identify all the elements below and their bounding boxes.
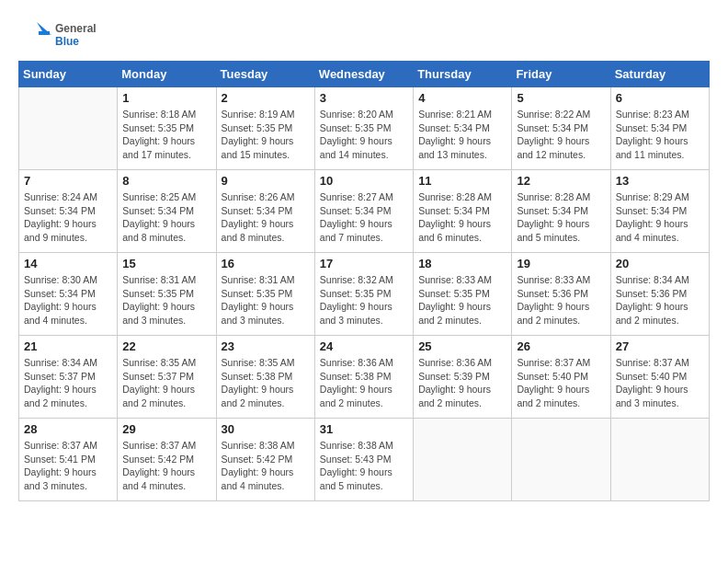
- calendar-cell: 15 Sunrise: 8:31 AM Sunset: 5:35 PM Dayl…: [118, 253, 216, 336]
- day-detail: Sunrise: 8:24 AM Sunset: 5:34 PM Dayligh…: [24, 190, 112, 245]
- day-detail: Sunrise: 8:37 AM Sunset: 5:41 PM Dayligh…: [24, 439, 112, 493]
- day-number: 28: [24, 422, 112, 436]
- week-row-0: 1 Sunrise: 8:18 AM Sunset: 5:35 PM Dayli…: [19, 87, 710, 170]
- day-detail: Sunrise: 8:23 AM Sunset: 5:34 PM Dayligh…: [616, 108, 704, 162]
- day-detail: Sunrise: 8:25 AM Sunset: 5:34 PM Dayligh…: [122, 190, 210, 245]
- day-number: 26: [517, 339, 605, 353]
- day-number: 24: [320, 339, 408, 353]
- week-row-1: 7 Sunrise: 8:24 AM Sunset: 5:34 PM Dayli…: [19, 170, 710, 253]
- weekday-header-wednesday: Wednesday: [314, 62, 413, 87]
- day-number: 8: [122, 174, 210, 188]
- page-header: General Blue: [18, 18, 710, 52]
- logo-general: General: [55, 22, 97, 35]
- calendar-cell: 22 Sunrise: 8:35 AM Sunset: 5:37 PM Dayl…: [118, 336, 216, 419]
- day-number: 17: [320, 257, 408, 270]
- calendar-cell: [19, 87, 118, 170]
- day-number: 31: [320, 422, 408, 436]
- weekday-header-saturday: Saturday: [610, 62, 709, 87]
- day-number: 2: [222, 91, 310, 105]
- day-detail: Sunrise: 8:35 AM Sunset: 5:38 PM Dayligh…: [222, 356, 310, 410]
- calendar-cell: 27 Sunrise: 8:37 AM Sunset: 5:40 PM Dayl…: [610, 336, 709, 419]
- calendar-cell: 13 Sunrise: 8:29 AM Sunset: 5:34 PM Dayl…: [610, 170, 709, 253]
- day-detail: Sunrise: 8:28 AM Sunset: 5:34 PM Dayligh…: [517, 190, 605, 245]
- day-number: 14: [24, 257, 112, 270]
- day-detail: Sunrise: 8:26 AM Sunset: 5:34 PM Dayligh…: [222, 190, 310, 245]
- day-detail: Sunrise: 8:22 AM Sunset: 5:34 PM Dayligh…: [517, 108, 605, 162]
- day-detail: Sunrise: 8:31 AM Sunset: 5:35 PM Dayligh…: [122, 273, 210, 327]
- svg-rect-2: [39, 31, 50, 35]
- calendar-cell: 20 Sunrise: 8:34 AM Sunset: 5:36 PM Dayl…: [610, 253, 709, 336]
- day-detail: Sunrise: 8:37 AM Sunset: 5:40 PM Dayligh…: [616, 356, 704, 410]
- calendar-cell: 4 Sunrise: 8:21 AM Sunset: 5:34 PM Dayli…: [414, 87, 512, 170]
- day-detail: Sunrise: 8:35 AM Sunset: 5:37 PM Dayligh…: [122, 356, 210, 410]
- day-number: 18: [418, 257, 506, 270]
- day-number: 21: [24, 339, 112, 353]
- calendar-cell: 17 Sunrise: 8:32 AM Sunset: 5:35 PM Dayl…: [314, 253, 413, 336]
- day-detail: Sunrise: 8:32 AM Sunset: 5:35 PM Dayligh…: [320, 273, 408, 327]
- day-number: 22: [122, 339, 210, 353]
- calendar-cell: 24 Sunrise: 8:36 AM Sunset: 5:38 PM Dayl…: [314, 336, 413, 419]
- day-number: 27: [616, 339, 704, 353]
- day-number: 29: [122, 422, 210, 436]
- day-number: 11: [418, 174, 506, 188]
- calendar-cell: 26 Sunrise: 8:37 AM Sunset: 5:40 PM Dayl…: [512, 336, 610, 419]
- calendar-cell: 9 Sunrise: 8:26 AM Sunset: 5:34 PM Dayli…: [216, 170, 314, 253]
- calendar-cell: 28 Sunrise: 8:37 AM Sunset: 5:41 PM Dayl…: [19, 419, 118, 501]
- day-number: 6: [616, 91, 704, 105]
- day-number: 20: [616, 257, 704, 270]
- day-detail: Sunrise: 8:33 AM Sunset: 5:36 PM Dayligh…: [517, 273, 605, 327]
- day-detail: Sunrise: 8:36 AM Sunset: 5:38 PM Dayligh…: [320, 356, 408, 410]
- day-number: 4: [418, 91, 506, 105]
- calendar-cell: 5 Sunrise: 8:22 AM Sunset: 5:34 PM Dayli…: [512, 87, 610, 170]
- day-number: 25: [418, 339, 506, 353]
- day-number: 30: [222, 422, 310, 436]
- calendar-cell: [414, 419, 512, 501]
- day-number: 10: [320, 174, 408, 188]
- calendar-cell: 7 Sunrise: 8:24 AM Sunset: 5:34 PM Dayli…: [19, 170, 118, 253]
- day-detail: Sunrise: 8:36 AM Sunset: 5:39 PM Dayligh…: [418, 356, 506, 410]
- day-number: 9: [222, 174, 310, 188]
- calendar-cell: 16 Sunrise: 8:31 AM Sunset: 5:35 PM Dayl…: [216, 253, 314, 336]
- calendar-cell: 12 Sunrise: 8:28 AM Sunset: 5:34 PM Dayl…: [512, 170, 610, 253]
- weekday-header-thursday: Thursday: [414, 62, 512, 87]
- logo: General Blue: [18, 18, 97, 52]
- day-detail: Sunrise: 8:28 AM Sunset: 5:34 PM Dayligh…: [418, 190, 506, 245]
- weekday-header-friday: Friday: [512, 62, 610, 87]
- day-number: 16: [222, 257, 310, 270]
- calendar-cell: 21 Sunrise: 8:34 AM Sunset: 5:37 PM Dayl…: [19, 336, 118, 419]
- logo-graphic: [18, 18, 51, 52]
- day-detail: Sunrise: 8:20 AM Sunset: 5:35 PM Dayligh…: [320, 108, 408, 162]
- day-detail: Sunrise: 8:19 AM Sunset: 5:35 PM Dayligh…: [222, 108, 310, 162]
- day-detail: Sunrise: 8:27 AM Sunset: 5:34 PM Dayligh…: [320, 190, 408, 245]
- calendar-cell: 1 Sunrise: 8:18 AM Sunset: 5:35 PM Dayli…: [118, 87, 216, 170]
- day-number: 19: [517, 257, 605, 270]
- day-number: 15: [122, 257, 210, 270]
- day-detail: Sunrise: 8:34 AM Sunset: 5:36 PM Dayligh…: [616, 273, 704, 327]
- day-detail: Sunrise: 8:38 AM Sunset: 5:42 PM Dayligh…: [222, 439, 310, 493]
- weekday-header-tuesday: Tuesday: [216, 62, 314, 87]
- calendar-cell: 25 Sunrise: 8:36 AM Sunset: 5:39 PM Dayl…: [414, 336, 512, 419]
- weekday-header-monday: Monday: [118, 62, 216, 87]
- week-row-3: 21 Sunrise: 8:34 AM Sunset: 5:37 PM Dayl…: [19, 336, 710, 419]
- day-number: 13: [616, 174, 704, 188]
- calendar-cell: 18 Sunrise: 8:33 AM Sunset: 5:35 PM Dayl…: [414, 253, 512, 336]
- day-number: 7: [24, 174, 112, 188]
- day-number: 5: [517, 91, 605, 105]
- calendar-cell: 11 Sunrise: 8:28 AM Sunset: 5:34 PM Dayl…: [414, 170, 512, 253]
- day-detail: Sunrise: 8:18 AM Sunset: 5:35 PM Dayligh…: [122, 108, 210, 162]
- week-row-2: 14 Sunrise: 8:30 AM Sunset: 5:34 PM Dayl…: [19, 253, 710, 336]
- day-number: 3: [320, 91, 408, 105]
- calendar-cell: 19 Sunrise: 8:33 AM Sunset: 5:36 PM Dayl…: [512, 253, 610, 336]
- calendar-cell: 14 Sunrise: 8:30 AM Sunset: 5:34 PM Dayl…: [19, 253, 118, 336]
- day-detail: Sunrise: 8:37 AM Sunset: 5:40 PM Dayligh…: [517, 356, 605, 410]
- day-detail: Sunrise: 8:31 AM Sunset: 5:35 PM Dayligh…: [222, 273, 310, 327]
- calendar-table: SundayMondayTuesdayWednesdayThursdayFrid…: [18, 61, 710, 501]
- calendar-cell: 6 Sunrise: 8:23 AM Sunset: 5:34 PM Dayli…: [610, 87, 709, 170]
- day-detail: Sunrise: 8:34 AM Sunset: 5:37 PM Dayligh…: [24, 356, 112, 410]
- day-number: 12: [517, 174, 605, 188]
- day-detail: Sunrise: 8:37 AM Sunset: 5:42 PM Dayligh…: [122, 439, 210, 493]
- day-number: 1: [122, 91, 210, 105]
- calendar-cell: 2 Sunrise: 8:19 AM Sunset: 5:35 PM Dayli…: [216, 87, 314, 170]
- day-detail: Sunrise: 8:38 AM Sunset: 5:43 PM Dayligh…: [320, 439, 408, 493]
- calendar-cell: 8 Sunrise: 8:25 AM Sunset: 5:34 PM Dayli…: [118, 170, 216, 253]
